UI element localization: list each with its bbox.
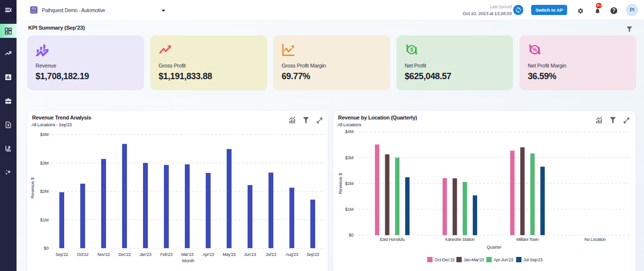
- svg-text:Month: Month: [182, 258, 194, 263]
- svg-text:Sep'22: Sep'22: [55, 252, 68, 257]
- svg-text:Jul-Sep'23: Jul-Sep'23: [523, 257, 543, 262]
- svg-text:Sep'23: Sep'23: [306, 252, 319, 257]
- svg-text:$3M: $3M: [345, 155, 354, 160]
- svg-text:Mar'23: Mar'23: [181, 252, 193, 257]
- svg-text:Oct-Dec'22: Oct-Dec'22: [434, 257, 455, 262]
- svg-text:Jan-Mar'23: Jan-Mar'23: [464, 257, 484, 262]
- svg-text:Oct'22: Oct'22: [77, 252, 89, 257]
- svg-text:$2M: $2M: [40, 189, 49, 194]
- svg-text:Kaneohe Station: Kaneohe Station: [445, 237, 475, 242]
- svg-text:Apr'23: Apr'23: [202, 252, 214, 257]
- svg-text:Dec'22: Dec'22: [118, 252, 131, 257]
- svg-text:Jul'23: Jul'23: [266, 252, 276, 257]
- svg-text:Revenue $: Revenue $: [338, 173, 343, 194]
- svg-text:Aug'23: Aug'23: [286, 252, 298, 257]
- svg-text:Jan'23: Jan'23: [140, 252, 151, 257]
- svg-text:Feb'23: Feb'23: [160, 252, 172, 257]
- svg-text:Jun'23: Jun'23: [244, 252, 256, 257]
- svg-text:$: $: [410, 47, 413, 52]
- svg-text:$2M: $2M: [345, 181, 354, 186]
- svg-text:%: %: [533, 47, 537, 52]
- svg-text:$1M: $1M: [345, 207, 354, 212]
- svg-text:Nov'22: Nov'22: [97, 252, 110, 257]
- svg-text:East Honolulu: East Honolulu: [380, 237, 405, 242]
- svg-text:$1M: $1M: [40, 218, 49, 222]
- svg-text:$0: $0: [349, 233, 354, 237]
- svg-text:Mililani Town: Mililani Town: [516, 237, 538, 242]
- svg-text:Quarter: Quarter: [487, 245, 502, 250]
- svg-text:$: $: [7, 123, 9, 127]
- svg-text:$0: $0: [44, 246, 49, 251]
- svg-text:No Location: No Location: [585, 237, 606, 242]
- svg-text:Apr-Jun'23: Apr-Jun'23: [494, 257, 514, 262]
- svg-text:$4M: $4M: [345, 129, 354, 134]
- svg-text:$3M: $3M: [40, 161, 49, 166]
- svg-text:Revenue $: Revenue $: [30, 177, 35, 199]
- svg-text:$4M: $4M: [40, 132, 49, 137]
- svg-text:May'23: May'23: [223, 252, 236, 257]
